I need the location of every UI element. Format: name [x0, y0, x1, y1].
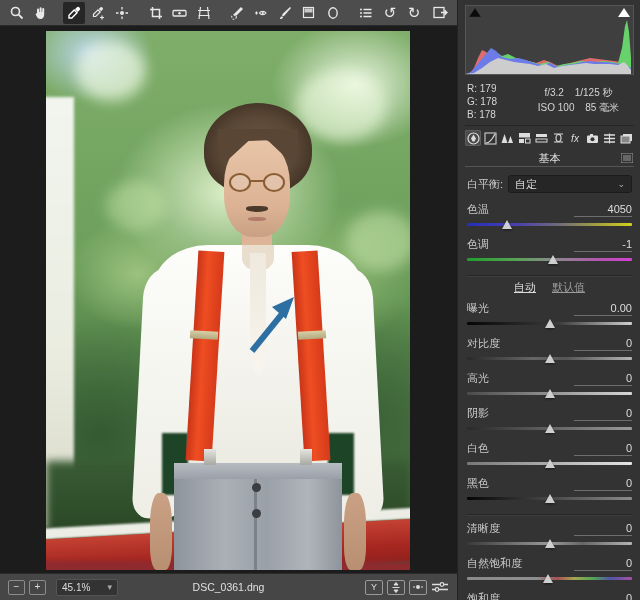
exposure-value[interactable]: 0.00: [574, 302, 632, 316]
iso-value: ISO 100: [538, 102, 575, 113]
contrast-value[interactable]: 0: [574, 337, 632, 351]
whites-value[interactable]: 0: [574, 442, 632, 456]
contrast-slider[interactable]: [467, 353, 632, 365]
histogram[interactable]: [465, 5, 634, 75]
tab-effects[interactable]: fx: [567, 130, 583, 146]
histogram-graph: [466, 18, 633, 74]
slider-thumb[interactable]: [545, 389, 555, 398]
image-info: R: 179 G: 178 B: 178 f/3.2 1/125 秒 ISO 1…: [465, 80, 634, 126]
preferences-list-icon: [359, 7, 373, 19]
tint-value[interactable]: -1: [574, 238, 632, 252]
slider-thumb[interactable]: [543, 574, 553, 583]
spot-removal-tool-button[interactable]: [226, 2, 248, 24]
adjustments-panel: R: 179 G: 178 B: 178 f/3.2 1/125 秒 ISO 1…: [457, 0, 640, 600]
preview-preferences-button[interactable]: [431, 580, 449, 595]
zoom-in-button[interactable]: +: [29, 580, 46, 595]
slider-thumb[interactable]: [545, 424, 555, 433]
temp-value[interactable]: 4050: [574, 203, 632, 217]
fullscreen-exit-icon: [433, 6, 448, 19]
graduated-filter-icon: [302, 6, 315, 19]
slider-thumb[interactable]: [545, 319, 555, 328]
graduated-filter-tool-button[interactable]: [298, 2, 320, 24]
tab-snapshots[interactable]: [618, 130, 634, 146]
straighten-tool-button[interactable]: [169, 2, 191, 24]
tab-split-toning[interactable]: [533, 130, 549, 146]
swap-before-after-button[interactable]: [387, 580, 405, 595]
tab-basic[interactable]: [465, 130, 481, 146]
red-eye-icon: [253, 6, 268, 19]
straighten-icon: [172, 7, 187, 19]
zoom-out-button[interactable]: −: [8, 580, 25, 595]
red-eye-tool-button[interactable]: [250, 2, 272, 24]
auto-default-links: 自动 默认值: [467, 280, 632, 295]
white-balance-select[interactable]: 自定 ⌄: [508, 175, 632, 193]
toggle-fullscreen-button[interactable]: [429, 2, 451, 24]
hand-tool-button[interactable]: [30, 2, 52, 24]
panel-header: 基本: [465, 150, 634, 167]
photo-preview[interactable]: [46, 31, 410, 570]
crop-tool-button[interactable]: [145, 2, 167, 24]
saturation-value[interactable]: 0: [574, 592, 632, 600]
crop-icon: [149, 6, 163, 20]
panel-menu-icon[interactable]: [621, 153, 633, 163]
chevron-down-icon: ⌄: [617, 179, 625, 189]
camera-icon: [586, 133, 599, 144]
whites-slider[interactable]: [467, 458, 632, 470]
shadows-slider[interactable]: [467, 423, 632, 435]
auto-link[interactable]: 自动: [514, 280, 536, 295]
slider-thumb[interactable]: [545, 539, 555, 548]
blacks-slider[interactable]: [467, 493, 632, 505]
slider-thumb[interactable]: [502, 220, 512, 229]
slider-thumb[interactable]: [548, 255, 558, 264]
targeted-adjustment-tool-button[interactable]: [111, 2, 133, 24]
snapshots-icon: [620, 133, 633, 144]
blacks-value[interactable]: 0: [574, 477, 632, 491]
presets-icon: [603, 133, 616, 144]
temp-slider[interactable]: [467, 219, 632, 231]
highlights-slider[interactable]: [467, 388, 632, 400]
before-after-cycle-button[interactable]: Y: [365, 580, 383, 595]
shadow-clipping-indicator[interactable]: [469, 8, 481, 17]
slider-thumb[interactable]: [545, 459, 555, 468]
clarity-slider[interactable]: [467, 538, 632, 550]
swap-arrows-icon: [391, 582, 401, 593]
slider-thumb[interactable]: [545, 494, 555, 503]
slider-thumb[interactable]: [545, 354, 555, 363]
panel-title: 基本: [539, 151, 561, 166]
eyedropper-icon: [67, 6, 81, 20]
preferences-tool-button[interactable]: [355, 2, 377, 24]
vibrance-value[interactable]: 0: [574, 557, 632, 571]
shadows-value[interactable]: 0: [574, 407, 632, 421]
tab-lens-corrections[interactable]: [550, 130, 566, 146]
adjustment-brush-tool-button[interactable]: [274, 2, 296, 24]
rotate-left-button[interactable]: ↺: [379, 2, 401, 24]
tab-camera-calibration[interactable]: [584, 130, 600, 146]
white-balance-tool-button[interactable]: [63, 2, 85, 24]
copy-settings-button[interactable]: [409, 580, 427, 595]
default-link[interactable]: 默认值: [552, 280, 585, 295]
tab-hsl[interactable]: [516, 130, 532, 146]
tab-detail[interactable]: [499, 130, 515, 146]
rotate-right-button[interactable]: ↻: [403, 2, 425, 24]
tab-presets[interactable]: [601, 130, 617, 146]
suspender-adjuster-left: [190, 330, 218, 340]
vibrance-slider[interactable]: [467, 573, 632, 585]
pants-waistband: [174, 463, 342, 479]
clarity-value[interactable]: 0: [574, 522, 632, 536]
highlights-value[interactable]: 0: [574, 372, 632, 386]
tab-tone-curve[interactable]: [482, 130, 498, 146]
b-value: B: 178: [467, 108, 525, 121]
zoom-level-select[interactable]: 45.1% ▾: [56, 579, 118, 596]
tint-slider[interactable]: [467, 254, 632, 266]
radial-filter-tool-button[interactable]: [322, 2, 344, 24]
focal-length-value: 85 毫米: [585, 102, 619, 113]
zoom-tool-button[interactable]: [6, 2, 28, 24]
exposure-slider[interactable]: [467, 318, 632, 330]
subject-mouth: [248, 217, 266, 221]
whites-label: 白色: [467, 441, 489, 456]
color-sampler-tool-button[interactable]: [87, 2, 109, 24]
highlight-clipping-indicator[interactable]: [618, 8, 630, 17]
transform-tool-button[interactable]: [193, 2, 215, 24]
blue-arrow-annotation: [242, 289, 304, 359]
image-canvas[interactable]: [0, 27, 457, 573]
